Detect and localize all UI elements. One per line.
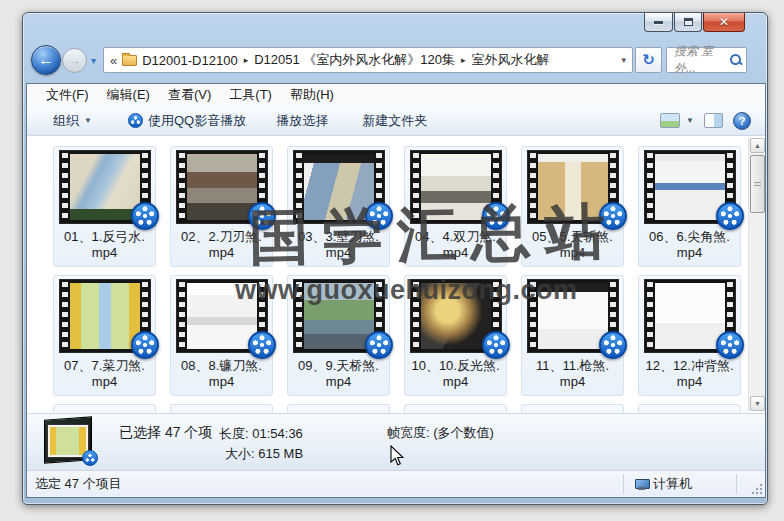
file-name-line: mp4 — [298, 245, 379, 261]
file-tile-partial[interactable] — [404, 404, 507, 413]
new-folder-label: 新建文件夹 — [362, 112, 427, 130]
forward-button[interactable]: → — [62, 48, 87, 73]
close-button[interactable]: ✕ — [703, 13, 745, 32]
thumbnail-image — [538, 154, 608, 220]
video-thumbnail — [644, 150, 736, 224]
address-bar[interactable]: « D12001-D12100 ▸ D12051 《室内外风水化解》120集 ▸… — [103, 47, 633, 73]
file-name-line: mp4 — [536, 374, 609, 390]
breadcrumb-separator-icon[interactable]: ▸ — [243, 55, 250, 65]
size-value: 615 MB — [258, 446, 303, 461]
size-label: 大小: — [225, 446, 255, 461]
selection-count: 已选择 47 个项 — [119, 424, 212, 442]
file-tile[interactable]: 11、11.枪煞. mp4 — [521, 275, 624, 396]
menu-edit[interactable]: 编辑(E) — [98, 84, 159, 106]
play-with-qqplayer-button[interactable]: 使用QQ影音播放 — [120, 109, 254, 133]
video-thumbnail — [293, 279, 385, 353]
file-tile[interactable]: 05、5.天斩煞. mp4 — [521, 146, 624, 267]
status-location: 计算机 — [635, 475, 692, 493]
breadcrumb-segment[interactable]: D12051 《室内外风水化解》120集 — [254, 51, 455, 69]
file-tile[interactable]: 03、3.壁刀煞. mp4 — [287, 146, 390, 267]
help-button[interactable]: ? — [733, 112, 751, 130]
file-name-line: 02、2.刀刃煞. — [181, 229, 262, 245]
status-divider — [623, 474, 624, 494]
file-tile[interactable]: 09、9.天桥煞. mp4 — [287, 275, 390, 396]
thumbnail-image — [538, 283, 608, 349]
status-bar: 选定 47 个项目 计算机 — [27, 470, 765, 497]
qqplayer-overlay-icon — [248, 202, 276, 230]
file-tile[interactable]: 12、12.冲背煞. mp4 — [638, 275, 741, 396]
refresh-button[interactable]: ↻ — [635, 47, 662, 73]
breadcrumb-segment[interactable]: D12001-D12100 — [142, 53, 237, 68]
file-tile-partial[interactable] — [287, 404, 390, 413]
menu-help[interactable]: 帮助(H) — [281, 84, 343, 106]
breadcrumb-overflow-chevron[interactable]: « — [110, 53, 117, 68]
video-thumbnail — [410, 150, 502, 224]
breadcrumb-segment[interactable]: 室外风水化解 — [472, 51, 550, 69]
thumbnail-image — [421, 283, 491, 349]
video-thumbnail — [59, 279, 151, 353]
minimize-button[interactable] — [644, 13, 673, 32]
qqplayer-overlay-icon — [599, 202, 627, 230]
thumbnail-image — [655, 283, 725, 349]
help-icon: ? — [739, 115, 746, 127]
status-divider — [736, 474, 737, 494]
file-tile-partial[interactable] — [170, 404, 273, 413]
file-tile[interactable]: 02、2.刀刃煞. mp4 — [170, 146, 273, 267]
play-selection-button[interactable]: 播放选择 — [268, 109, 336, 133]
file-tile-partial[interactable] — [53, 404, 156, 413]
file-tile[interactable]: 04、4.双刀煞. mp4 — [404, 146, 507, 267]
file-tile-partial[interactable] — [638, 404, 741, 413]
file-tile-partial[interactable] — [521, 404, 624, 413]
resize-grip[interactable] — [751, 483, 763, 495]
file-name-line: mp4 — [64, 374, 145, 390]
breadcrumb-separator-icon[interactable]: ▸ — [460, 55, 467, 65]
file-name-line: 05、5.天斩煞. — [532, 229, 613, 245]
file-name: 01、1.反弓水. mp4 — [64, 229, 145, 261]
file-name-line: 07、7.菜刀煞. — [64, 358, 145, 374]
caption-buttons: ✕ — [643, 13, 745, 32]
file-tile[interactable]: 06、6.尖角煞. mp4 — [638, 146, 741, 267]
chevron-down-icon: ▾ — [91, 55, 96, 66]
file-name-line: mp4 — [645, 374, 733, 390]
file-name-line: 10、10.反光煞. — [411, 358, 499, 374]
filmstrip-front-icon — [48, 425, 88, 457]
frame-width-value: (多个数值) — [433, 425, 494, 440]
menu-file[interactable]: 文件(F) — [37, 84, 98, 106]
scroll-down-button[interactable]: ▼ — [750, 396, 765, 411]
new-folder-button[interactable]: 新建文件夹 — [354, 109, 435, 133]
navigation-bar: ← → ▾ « D12001-D12100 ▸ D12051 《室内外风水化解》… — [23, 42, 767, 82]
file-tile[interactable]: 08、8.镰刀煞. mp4 — [170, 275, 273, 396]
files-grid: 01、1.反弓水. mp4 02、2.刀刃煞. mp4 — [27, 136, 748, 413]
arrow-down-icon: ▼ — [754, 400, 761, 407]
maximize-button[interactable] — [674, 13, 702, 32]
command-toolbar: 组织 ▼ 使用QQ影音播放 播放选择 新建文件夹 ▼ ? — [27, 106, 765, 136]
file-name-line: 01、1.反弓水. — [64, 229, 145, 245]
menu-view[interactable]: 查看(V) — [159, 84, 220, 106]
file-tile[interactable]: 01、1.反弓水. mp4 — [53, 146, 156, 267]
scroll-up-button[interactable]: ▲ — [750, 138, 765, 153]
history-dropdown-button[interactable]: ▾ — [91, 55, 96, 66]
chevron-down-icon[interactable]: ▼ — [686, 116, 694, 125]
file-name: 08、8.镰刀煞. mp4 — [181, 358, 262, 390]
file-tile[interactable]: 07、7.菜刀煞. mp4 — [53, 275, 156, 396]
search-input[interactable]: 搜索 室外... — [666, 47, 747, 73]
back-button[interactable]: ← — [31, 45, 61, 75]
maximize-icon — [684, 18, 693, 26]
file-name-line: 09、9.天桥煞. — [298, 358, 379, 374]
thumbnail-image — [70, 283, 140, 349]
file-tile[interactable]: 10、10.反光煞. mp4 — [404, 275, 507, 396]
file-name-line: mp4 — [532, 245, 613, 261]
address-dropdown-icon[interactable]: ▾ — [621, 55, 626, 65]
change-view-button[interactable] — [660, 113, 680, 128]
file-name-line: mp4 — [181, 245, 262, 261]
thumbnail-image — [304, 283, 374, 349]
frame-width-row: 帧宽度: (多个数值) — [387, 424, 494, 442]
preview-pane-button[interactable] — [704, 113, 723, 128]
scrollbar-thumb[interactable] — [750, 155, 765, 213]
status-selection-text: 选定 47 个项目 — [27, 475, 122, 493]
menu-tools[interactable]: 工具(T) — [220, 84, 281, 106]
vertical-scrollbar[interactable]: ▲ ▼ — [748, 138, 765, 411]
organize-button[interactable]: 组织 ▼ — [47, 109, 98, 133]
file-name-line: 08、8.镰刀煞. — [181, 358, 262, 374]
qq-play-label: 使用QQ影音播放 — [148, 112, 246, 130]
